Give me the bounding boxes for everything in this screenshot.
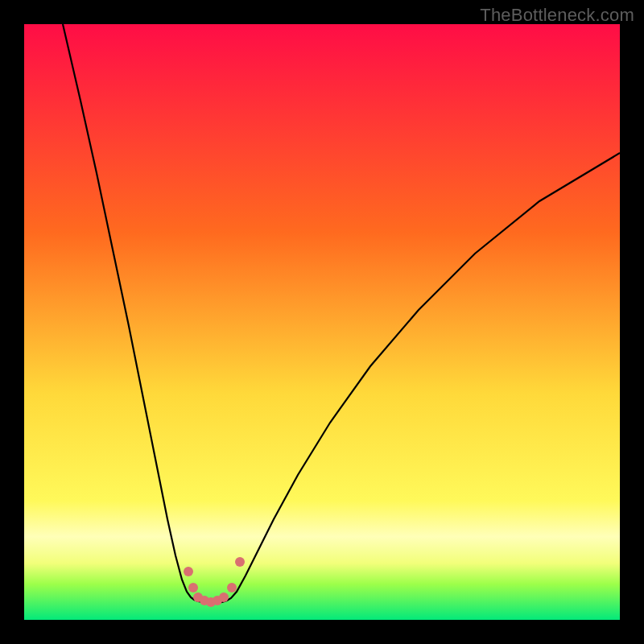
- valley-marker: [235, 557, 245, 567]
- chart-frame: { "watermark": "TheBottleneck.com", "col…: [0, 0, 644, 644]
- valley-marker: [188, 583, 198, 592]
- watermark-text: TheBottleneck.com: [480, 5, 634, 26]
- valley-marker: [227, 583, 237, 592]
- valley-markers: [24, 24, 620, 620]
- plot-area: [24, 24, 620, 620]
- valley-marker: [219, 592, 229, 602]
- valley-marker: [184, 567, 193, 576]
